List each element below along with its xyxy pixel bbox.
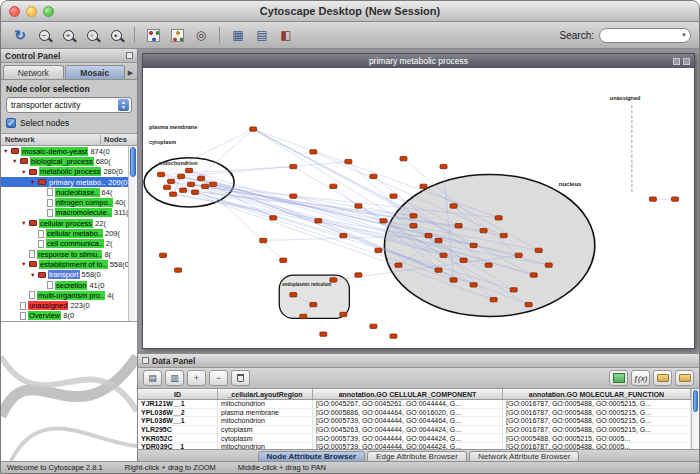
graph-node[interactable]: [330, 184, 337, 188]
graph-node[interactable]: [671, 197, 678, 201]
graph-node[interactable]: [390, 194, 397, 198]
graph-node[interactable]: [515, 253, 522, 257]
graph-node[interactable]: [340, 233, 347, 237]
table-row[interactable]: YPL036W__1mitochondrion[GO:0005739, GO:0…: [138, 417, 691, 426]
graph-node[interactable]: [395, 263, 402, 267]
window-titlebar[interactable]: Cytoscape Desktop (New Session): [1, 1, 699, 22]
float-panel-icon[interactable]: [126, 52, 133, 59]
birdseye-button[interactable]: ◎: [190, 25, 212, 46]
zoom-in-button[interactable]: +: [57, 25, 79, 46]
graph-node[interactable]: [290, 293, 297, 297]
graph-node[interactable]: [280, 258, 287, 262]
graph-node[interactable]: [490, 298, 497, 302]
tree-scrollbar[interactable]: [128, 146, 137, 321]
graph-node[interactable]: [390, 334, 397, 338]
tree-row-biological-process[interactable]: ▼biological_process680(: [1, 156, 128, 166]
refresh-button[interactable]: ↻: [9, 25, 31, 46]
search-combo[interactable]: ▼: [599, 28, 691, 43]
search-input[interactable]: [603, 29, 681, 41]
expand-arrow-icon[interactable]: ▼: [12, 158, 20, 164]
graph-node[interactable]: [470, 243, 477, 247]
network-canvas[interactable]: plasma membranecytoplasmmitochondrionnuc…: [143, 68, 694, 348]
maximize-frame-icon[interactable]: [683, 58, 690, 65]
column-header[interactable]: annotation.GO CELLULAR_COMPONENT: [313, 389, 503, 399]
region-nucleus[interactable]: [384, 174, 594, 316]
graph-node[interactable]: [164, 185, 171, 189]
float-data-panel-icon[interactable]: [142, 357, 149, 364]
graph-node[interactable]: [380, 219, 387, 223]
table-row[interactable]: YPL036W__2plasma membrane[GO:0005886, GO…: [138, 409, 691, 418]
expand-arrow-icon[interactable]: ▼: [3, 148, 11, 154]
tree-row-cell-communica[interactable]: cell communica..2(: [1, 239, 128, 249]
column-header-network[interactable]: Network: [1, 135, 101, 144]
graph-node[interactable]: [525, 302, 532, 306]
table-row[interactable]: YJR121W__1mitochondrion[GO:0045267, GO:0…: [138, 400, 691, 409]
attribute-layout-button[interactable]: ▤: [251, 25, 273, 46]
graph-node[interactable]: [192, 190, 199, 194]
graph-node[interactable]: [480, 229, 487, 233]
tree-row-establishment-of-lo[interactable]: ▼establishment of lo..558(0: [1, 259, 128, 269]
graph-node[interactable]: [188, 182, 195, 186]
graph-node[interactable]: [450, 204, 457, 208]
import-table-button[interactable]: [609, 370, 628, 386]
tree-row-nitrogen-compo[interactable]: nitrogen compo..40(: [1, 197, 128, 207]
tree-row-metabolic-process[interactable]: ▼metabolic process280(0: [1, 167, 128, 177]
graph-node[interactable]: [310, 302, 317, 306]
tab-mosaic[interactable]: Mosaic: [65, 65, 126, 79]
graph-node[interactable]: [440, 164, 447, 168]
graph-node[interactable]: [535, 248, 542, 252]
tree-row-macromolecule[interactable]: macromolecule..311(0: [1, 208, 128, 218]
graph-node[interactable]: [160, 253, 167, 257]
minimize-button[interactable]: [26, 6, 37, 17]
graph-node[interactable]: [320, 332, 327, 336]
graph-node[interactable]: [545, 263, 552, 267]
graph-node[interactable]: [375, 248, 382, 252]
graph-node[interactable]: [435, 238, 442, 242]
graph-node[interactable]: [510, 288, 517, 292]
table-scrollbar[interactable]: [691, 389, 699, 449]
expand-arrow-icon[interactable]: ▼: [21, 220, 29, 226]
graph-node[interactable]: [175, 268, 182, 272]
expand-arrow-icon[interactable]: ▼: [21, 169, 29, 175]
graph-node[interactable]: [300, 314, 307, 318]
tree-row-mosaic-demo-yeast[interactable]: ▼mosaic-demo-yeast874(0: [1, 146, 128, 156]
graph-node[interactable]: [315, 219, 322, 223]
tree-row-nucleobase[interactable]: nucleobase..64(: [1, 187, 128, 197]
new-attribute-button[interactable]: +: [187, 370, 206, 386]
graph-node[interactable]: [495, 216, 502, 220]
network-canvas-container[interactable]: plasma membranecytoplasmmitochondrionnuc…: [143, 68, 694, 348]
formula-builder-button[interactable]: ƒ(x): [631, 370, 650, 386]
open-folder-button[interactable]: [653, 370, 672, 386]
graph-node[interactable]: [425, 233, 432, 237]
zoom-region-button[interactable]: ▫: [81, 25, 103, 46]
tree-row-transport[interactable]: ▼transport558(0: [1, 270, 128, 280]
graph-node[interactable]: [270, 216, 277, 220]
column-header[interactable]: annotation.GO MOLECULAR_FUNCTION: [503, 389, 691, 399]
grid-layout-button[interactable]: ▦: [227, 25, 249, 46]
graph-node[interactable]: [158, 172, 165, 176]
tree-row-cellular-metabo[interactable]: cellular metabo..209(: [1, 228, 128, 238]
graph-node[interactable]: [450, 278, 457, 282]
graph-node[interactable]: [400, 157, 407, 161]
graph-node[interactable]: [210, 182, 217, 186]
graph-node[interactable]: [460, 258, 467, 262]
trash-button[interactable]: [231, 370, 250, 386]
graph-node[interactable]: [178, 174, 185, 178]
tab-overflow-icon[interactable]: ▶: [126, 69, 135, 79]
table-row[interactable]: YKR052Ccytoplasm[GO:0005739, GO:0044444,…: [138, 434, 691, 443]
network-frame-titlebar[interactable]: primary metabolic process: [143, 54, 694, 68]
birdseye-panel[interactable]: [1, 322, 137, 461]
graph-node[interactable]: [455, 224, 462, 228]
close-button[interactable]: [9, 6, 20, 17]
tab-network[interactable]: Network: [3, 65, 64, 79]
graph-node[interactable]: [290, 164, 297, 168]
save-folder-button[interactable]: [675, 370, 694, 386]
tree-row-secretion[interactable]: secretion41(0: [1, 280, 128, 290]
expand-arrow-icon[interactable]: ▼: [21, 261, 29, 267]
graph-node[interactable]: [410, 214, 417, 218]
column-header[interactable]: ID: [138, 389, 218, 399]
graph-node[interactable]: [649, 197, 656, 201]
tree-row-primary-metabo[interactable]: ▼primary metabo..209(0: [1, 177, 128, 187]
table-row[interactable]: YLR295Ccytoplasm[GO:0045263, GO:0044444,…: [138, 426, 691, 435]
tree-scrollbar-thumb[interactable]: [130, 147, 136, 177]
